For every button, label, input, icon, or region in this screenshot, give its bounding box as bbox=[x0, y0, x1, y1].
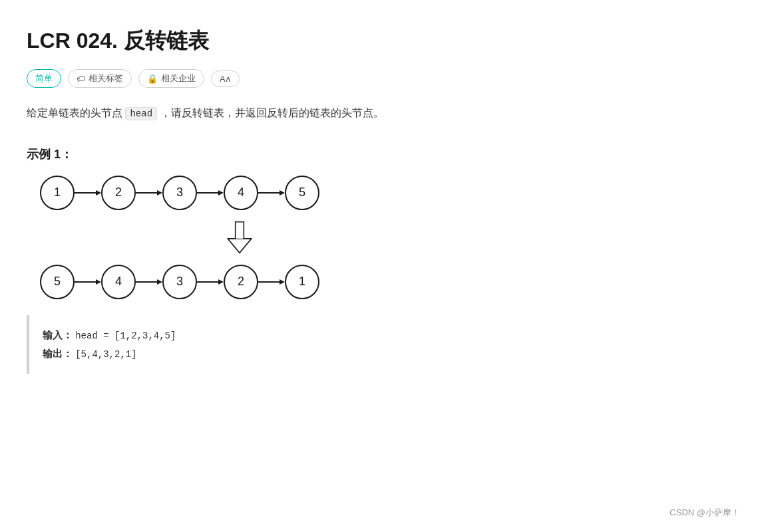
tag-related-tags[interactable]: 🏷 相关标签 bbox=[68, 69, 132, 88]
bottom-node-4: 4 bbox=[101, 265, 136, 299]
example-output-line: 输出： [5,4,3,2,1] bbox=[43, 344, 720, 363]
top-node-3: 3 bbox=[162, 176, 197, 210]
page-title: LCR 024. 反转链表 bbox=[27, 27, 733, 56]
bottom-arrow-3-2 bbox=[197, 277, 224, 287]
example-input-line: 输入： head = [1,2,3,4,5] bbox=[43, 326, 720, 344]
top-node-2: 2 bbox=[101, 176, 136, 210]
description-prefix: 给定单链表的头节点 bbox=[27, 107, 125, 118]
top-node-1: 1 bbox=[40, 176, 75, 210]
tag-font[interactable]: Aʌ bbox=[211, 70, 240, 87]
svg-marker-14 bbox=[157, 279, 162, 285]
tag-difficulty-label: 简单 bbox=[35, 72, 53, 84]
svg-marker-12 bbox=[96, 279, 101, 285]
svg-marker-16 bbox=[218, 279, 224, 285]
input-label: 输入： bbox=[43, 329, 73, 340]
tags-row: 简单 🏷 相关标签 🔒 相关企业 Aʌ bbox=[27, 69, 733, 88]
top-node-5: 5 bbox=[285, 176, 319, 210]
tag-related-company[interactable]: 🔒 相关企业 bbox=[138, 69, 204, 88]
lock-icon: 🔒 bbox=[147, 74, 158, 84]
bottom-linked-list: 5 4 3 2 1 bbox=[40, 265, 319, 299]
arrow-3-4 bbox=[197, 188, 224, 198]
tag-icon: 🏷 bbox=[77, 74, 85, 84]
arrow-2-3 bbox=[136, 188, 162, 198]
arrow-4-5 bbox=[258, 188, 285, 198]
output-label: 输出： bbox=[43, 348, 73, 359]
diagram-area: 1 2 3 4 5 bbox=[27, 176, 733, 299]
svg-rect-10 bbox=[236, 222, 244, 238]
bottom-node-1: 1 bbox=[285, 265, 319, 299]
tag-font-label: Aʌ bbox=[220, 74, 231, 84]
bottom-arrow-5-4 bbox=[75, 277, 101, 287]
bottom-arrow-4-3 bbox=[136, 277, 162, 287]
svg-marker-18 bbox=[280, 279, 285, 285]
example-label: 示例 1： bbox=[27, 146, 733, 162]
input-value: head = [1,2,3,4,5] bbox=[75, 331, 176, 341]
top-node-4: 4 bbox=[224, 176, 258, 210]
tag-related-company-label: 相关企业 bbox=[161, 72, 196, 84]
example-box: 输入： head = [1,2,3,4,5] 输出： [5,4,3,2,1] bbox=[27, 315, 733, 374]
watermark: CSDN @小萨摩！ bbox=[669, 507, 740, 519]
top-linked-list: 1 2 3 4 5 bbox=[40, 176, 319, 210]
svg-marker-5 bbox=[218, 190, 224, 196]
bottom-node-3: 3 bbox=[162, 265, 197, 299]
description: 给定单链表的头节点 head ，请反转链表，并返回反转后的链表的头节点。 bbox=[27, 104, 733, 122]
description-suffix: ，请反转链表，并返回反转后的链表的头节点。 bbox=[157, 107, 383, 118]
tag-related-tags-label: 相关标签 bbox=[89, 72, 123, 84]
svg-marker-9 bbox=[228, 239, 252, 253]
svg-marker-1 bbox=[96, 190, 101, 196]
arrow-1-2 bbox=[75, 188, 101, 198]
bottom-node-5: 5 bbox=[40, 265, 75, 299]
bottom-node-2: 2 bbox=[224, 265, 258, 299]
tag-difficulty[interactable]: 简单 bbox=[27, 69, 61, 88]
bottom-arrow-2-1 bbox=[258, 277, 285, 287]
svg-marker-3 bbox=[157, 190, 162, 196]
svg-marker-7 bbox=[280, 190, 285, 196]
inline-code-head: head bbox=[125, 107, 157, 120]
output-value: [5,4,3,2,1] bbox=[75, 349, 136, 360]
transform-arrow bbox=[40, 221, 253, 254]
